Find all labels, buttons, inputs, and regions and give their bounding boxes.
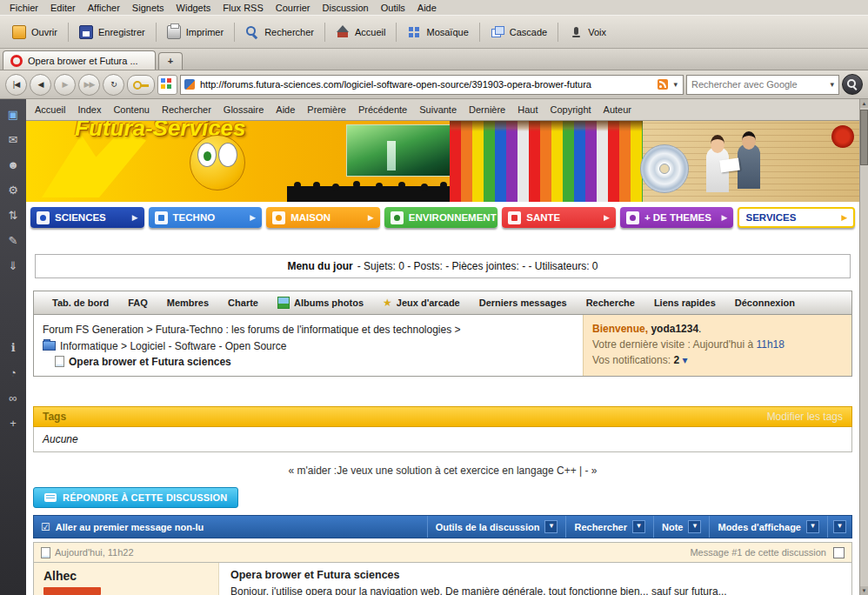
edit-tags-link[interactable]: Modifier les tags (767, 411, 843, 423)
downloads-panel-icon[interactable]: ⇓ (3, 259, 23, 273)
navlink-derniere[interactable]: Dernière (469, 104, 505, 115)
tab-environnement[interactable]: ENVIRONNEMENT▶ (384, 207, 498, 228)
navlink-copyright[interactable]: Copyright (550, 104, 591, 115)
forum-link-liens-rapides[interactable]: Liens rapides (644, 298, 725, 308)
notifications-count[interactable]: 2 (673, 354, 679, 366)
vertical-scrollbar[interactable]: ▲ ▼ (859, 99, 868, 595)
save-button[interactable]: Enregistrer (72, 22, 152, 43)
thread-navigation[interactable]: « m'aider :Je veux une solution à cet ex… (26, 465, 859, 477)
search-input[interactable] (690, 78, 828, 90)
breadcrumb-line-1[interactable]: Forum FS Generation > Futura-Techno : le… (43, 322, 574, 338)
voice-button[interactable]: Voix (562, 22, 613, 43)
forum-link-tableau-de-bord[interactable]: Tab. de bord (43, 298, 118, 308)
mail-panel-icon[interactable]: ✉ (3, 133, 23, 147)
url-field[interactable]: ▾ (180, 75, 684, 95)
breadcrumb-line-2[interactable]: Informatique > Logiciel - Software - Ope… (43, 338, 574, 355)
post-select-checkbox[interactable] (833, 547, 845, 558)
add-panel-icon[interactable]: + (3, 417, 23, 431)
navlink-index[interactable]: Index (77, 104, 101, 115)
thread-tools-menu[interactable]: Outils de la discussion▾ (427, 516, 566, 538)
display-modes-menu[interactable]: Modes d'affichage▾ (709, 516, 827, 538)
back-button[interactable]: ◀ (30, 74, 51, 96)
menu-discussion[interactable]: Discussion (317, 2, 375, 14)
thread-rate-menu[interactable]: Note▾ (653, 516, 709, 538)
rss-icon[interactable] (658, 79, 668, 90)
scroll-up-icon[interactable]: ▲ (860, 99, 868, 108)
search-field[interactable]: ▾ (686, 75, 839, 95)
reload-button[interactable]: ↻ (103, 74, 124, 96)
post-message-number[interactable]: Message #1 de cette discussion (690, 547, 826, 558)
menu-widgets[interactable]: Widgets (170, 2, 217, 14)
tab-sante[interactable]: SANTE▶ (502, 207, 616, 228)
history-panel-icon[interactable]: ◔ (3, 366, 23, 380)
first-unread-button[interactable]: ☑ Aller au premier message non-lu (34, 521, 427, 533)
google-icon-button[interactable] (157, 75, 177, 95)
navlink-haut[interactable]: Haut (517, 104, 537, 115)
forum-banner[interactable]: Futura-Services (26, 121, 859, 202)
forum-link-deconnexion[interactable]: Déconnexion (725, 298, 805, 308)
tab-services[interactable]: SERVICES▶ (738, 207, 855, 228)
tab-sciences[interactable]: SCIENCES▶ (30, 207, 144, 228)
tab-techno[interactable]: TECHNO▶ (149, 207, 263, 228)
menu-editer[interactable]: Editer (44, 2, 82, 14)
display-panel-icon[interactable]: ▣ (3, 108, 23, 122)
fast-forward-button[interactable]: ▶▶ (78, 74, 100, 96)
last-visit-time[interactable]: 11h18 (756, 338, 784, 351)
tab-maison[interactable]: MAISON▶ (266, 207, 380, 228)
find-button[interactable]: Rechercher (238, 22, 321, 43)
info-panel-icon[interactable]: ℹ (3, 341, 23, 355)
forum-link-recherche[interactable]: Recherche (577, 298, 644, 308)
extra-menu-button[interactable]: ▾ (827, 516, 851, 538)
navlink-accueil[interactable]: Accueil (35, 104, 65, 115)
forum-link-arcade[interactable]: ★Jeux d'arcade (373, 297, 470, 309)
forum-link-derniers-messages[interactable]: Derniers messages (470, 298, 577, 308)
open-button[interactable]: Ouvrir (5, 22, 64, 43)
navlink-premiere[interactable]: Première (307, 104, 346, 115)
navlink-aide[interactable]: Aide (276, 104, 295, 115)
scrollbar-track[interactable] (860, 108, 868, 586)
menu-outils[interactable]: Outils (375, 2, 411, 14)
new-tab-button[interactable]: + (158, 52, 183, 70)
forum-link-charte[interactable]: Charte (218, 298, 268, 308)
notifications-dropdown-icon[interactable]: ▾ (682, 354, 687, 366)
menu-aide[interactable]: Aide (411, 2, 443, 14)
search-dropdown-icon[interactable]: ▾ (828, 80, 836, 89)
transfers-panel-icon[interactable]: ⇅ (3, 209, 23, 223)
menu-afficher[interactable]: Afficher (82, 2, 126, 14)
widgets-panel-icon[interactable]: ⚙ (3, 184, 23, 197)
welcome-username[interactable]: yoda1234 (651, 323, 698, 335)
home-button[interactable]: Accueil (329, 22, 392, 43)
navlink-rechercher[interactable]: Rechercher (162, 104, 211, 115)
forum-link-faq[interactable]: FAQ (118, 298, 157, 308)
rewind-button[interactable]: |◀ (5, 74, 27, 96)
reply-button[interactable]: RÉPONDRE À CETTE DISCUSSION (33, 487, 238, 508)
url-input[interactable] (198, 78, 654, 90)
navlink-glossaire[interactable]: Glossaire (224, 104, 264, 115)
forum-link-membres[interactable]: Membres (157, 298, 218, 308)
navlink-precedente[interactable]: Précédente (358, 104, 407, 115)
quick-find-icon[interactable] (842, 74, 863, 95)
navlink-auteur[interactable]: Auteur (604, 104, 631, 115)
contacts-panel-icon[interactable]: ☻ (3, 158, 23, 172)
scroll-down-icon[interactable]: ▼ (860, 586, 868, 595)
tile-button[interactable]: Mosaïque (400, 22, 475, 43)
menu-fichier[interactable]: Fichier (3, 2, 44, 14)
menu-flux-rss[interactable]: Flux RSS (217, 2, 269, 14)
tab-themes[interactable]: + DE THEMES▶ (620, 207, 734, 228)
wand-password-button[interactable] (127, 75, 155, 95)
navlink-suivante[interactable]: Suivante (419, 104, 457, 115)
menu-courrier[interactable]: Courrier (270, 2, 317, 14)
cascade-button[interactable]: Cascade (484, 22, 554, 43)
tab-active[interactable]: Opera brower et Futura ... (3, 50, 156, 70)
links-panel-icon[interactable]: ∞ (3, 391, 23, 405)
forum-link-albums[interactable]: Albums photos (268, 297, 373, 309)
print-button[interactable]: Imprimer (160, 22, 230, 43)
thread-search-menu[interactable]: Rechercher▾ (565, 516, 653, 538)
forward-button[interactable]: ▶ (54, 74, 76, 96)
scrollbar-thumb[interactable] (860, 110, 868, 165)
post-author[interactable]: Alhec (43, 569, 209, 583)
notes-panel-icon[interactable]: ✎ (3, 234, 23, 248)
menu-signets[interactable]: Signets (126, 2, 170, 14)
url-dropdown-icon[interactable]: ▾ (671, 80, 679, 89)
navlink-contenu[interactable]: Contenu (113, 104, 150, 115)
